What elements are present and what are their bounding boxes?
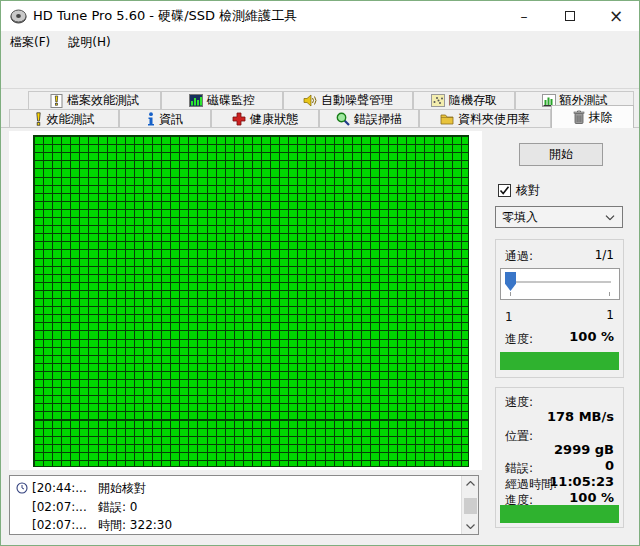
hd-tune-window: HD Tune Pro 5.60 - 硬碟/SSD 檢測維護工具 – × 檔案(…: [0, 0, 640, 546]
log-line: [02:07:... 錯誤: 0: [32, 498, 138, 516]
position-label: 位置:: [505, 428, 533, 445]
log-time: [20:44:...: [32, 481, 94, 495]
start-button-label: 開始: [549, 146, 573, 163]
tab-label: 資料夾使用率: [458, 111, 530, 128]
tab-label: 隨機存取: [449, 92, 497, 109]
slider-max-label: 1: [606, 308, 614, 322]
folder-icon: [440, 113, 454, 125]
app-icon: [10, 8, 27, 25]
menu-help[interactable]: 說明(H): [59, 31, 119, 54]
position-value: 2999 gB: [554, 442, 614, 457]
clock-icon: [16, 482, 28, 494]
tab-random-access[interactable]: 隨機存取: [413, 91, 515, 109]
pass-progress-bar: [500, 352, 619, 370]
scroll-down-icon[interactable]: [462, 519, 479, 534]
log-time: [02:07:...: [32, 518, 94, 532]
erase-method-value: 零填入: [502, 209, 538, 226]
speaker-icon: [303, 94, 317, 107]
menu-file[interactable]: 檔案(F): [1, 31, 59, 54]
log-box: [20:44:... 開始核對 [02:07:... 錯誤: 0 [02:07:…: [9, 475, 479, 535]
scrollbar-thumb[interactable]: [464, 498, 477, 514]
tab-row-bottom: 效能測試 資訊 健康狀態 錯誤掃描: [9, 109, 634, 128]
tab-aam[interactable]: 自動噪聲管理: [283, 91, 413, 109]
status-group: 速度: 178 MB/s 位置: 2999 gB 錯誤: 0 經過時間: 11:…: [495, 387, 624, 528]
maximize-button[interactable]: [547, 1, 593, 31]
slider-track[interactable]: [507, 281, 611, 283]
tab-error-scan[interactable]: 錯誤掃描: [319, 109, 419, 128]
pass-slider[interactable]: [500, 268, 620, 300]
log-text: 時間: 322:30: [98, 517, 172, 534]
tab-label: 抹除: [589, 109, 613, 126]
errors-value: 0: [605, 458, 614, 473]
status-progress-value: 100 %: [569, 490, 614, 505]
status-progress-bar: [500, 505, 619, 523]
block-map-grid: [33, 135, 469, 467]
trash-icon: [573, 110, 585, 124]
tab-label: 檔案效能測試: [67, 92, 139, 109]
speed-value: 178 MB/s: [547, 409, 614, 424]
tab-health[interactable]: 健康狀態: [211, 109, 319, 128]
verify-checkbox-label: 核對: [516, 182, 540, 199]
title-bar: HD Tune Pro 5.60 - 硬碟/SSD 檢測維護工具 – ×: [1, 1, 639, 31]
exclamation-icon: [34, 112, 43, 126]
log-line: [20:44:... 開始核對: [16, 479, 146, 497]
tab-label: 資訊: [159, 111, 183, 128]
menu-bar: 檔案(F) 說明(H): [1, 31, 639, 53]
tab-label: 效能測試: [47, 111, 95, 128]
erase-method-select[interactable]: 零填入: [495, 206, 623, 228]
verify-checkbox[interactable]: [498, 184, 511, 197]
pass-value: 1/1: [595, 248, 614, 262]
pass-progress-value: 100 %: [569, 329, 614, 344]
log-time: [02:07:...: [32, 500, 94, 514]
tab-row-top: 檔案效能測試 磁碟監控 自動噪聲管理: [28, 91, 634, 109]
maximize-icon: [565, 11, 575, 21]
tab-folder-usage[interactable]: 資料夾使用率: [419, 109, 551, 128]
check-icon: [499, 185, 510, 196]
disk-monitor-icon: [189, 94, 203, 107]
close-button[interactable]: ×: [593, 1, 639, 31]
log-text: 錯誤: 0: [98, 499, 138, 516]
info-icon: [147, 112, 155, 126]
page-exclamation-icon: [50, 94, 63, 108]
tab-label: 健康狀態: [250, 111, 298, 128]
minimize-button[interactable]: –: [501, 1, 547, 31]
slider-min-label: 1: [505, 310, 513, 324]
toolbar: TOSHIBA DT01ACA300 (3000 gB) 38℃: [1, 53, 639, 89]
window-title: HD Tune Pro 5.60 - 硬碟/SSD 檢測維護工具: [33, 7, 297, 25]
chevron-down-icon: [605, 215, 615, 221]
tab-erase[interactable]: 抹除: [551, 105, 634, 128]
tab-label: 自動噪聲管理: [321, 92, 393, 109]
health-cross-icon: [232, 112, 246, 126]
slider-tick: [609, 292, 610, 296]
tab-file-benchmark[interactable]: 檔案效能測試: [28, 91, 161, 109]
elapsed-value: 11:05:23: [549, 474, 614, 489]
log-text: 開始核對: [98, 480, 146, 497]
errors-label: 錯誤:: [505, 460, 533, 477]
tab-benchmark[interactable]: 效能測試: [9, 109, 119, 128]
tab-info[interactable]: 資訊: [119, 109, 211, 128]
log-scrollbar[interactable]: [461, 476, 478, 534]
log-line: [02:07:... 時間: 322:30: [32, 516, 172, 534]
speed-label: 速度:: [505, 394, 533, 411]
start-button[interactable]: 開始: [519, 143, 603, 166]
scroll-up-icon[interactable]: [462, 476, 479, 491]
pass-label: 通過:: [505, 248, 533, 265]
tab-label: 磁碟監控: [207, 92, 255, 109]
magnifier-icon: [336, 112, 350, 126]
tab-disk-monitor[interactable]: 磁碟監控: [161, 91, 283, 109]
tab-label: 錯誤掃描: [354, 111, 402, 128]
slider-thumb[interactable]: [505, 272, 516, 291]
pass-group: 通過: 1/1 1 1 進度: 100 %: [495, 239, 624, 378]
pass-progress-label: 進度:: [505, 331, 533, 348]
verify-checkbox-row[interactable]: 核對: [498, 182, 540, 199]
slider-tick: [510, 292, 511, 296]
random-dots-icon: [431, 94, 445, 107]
